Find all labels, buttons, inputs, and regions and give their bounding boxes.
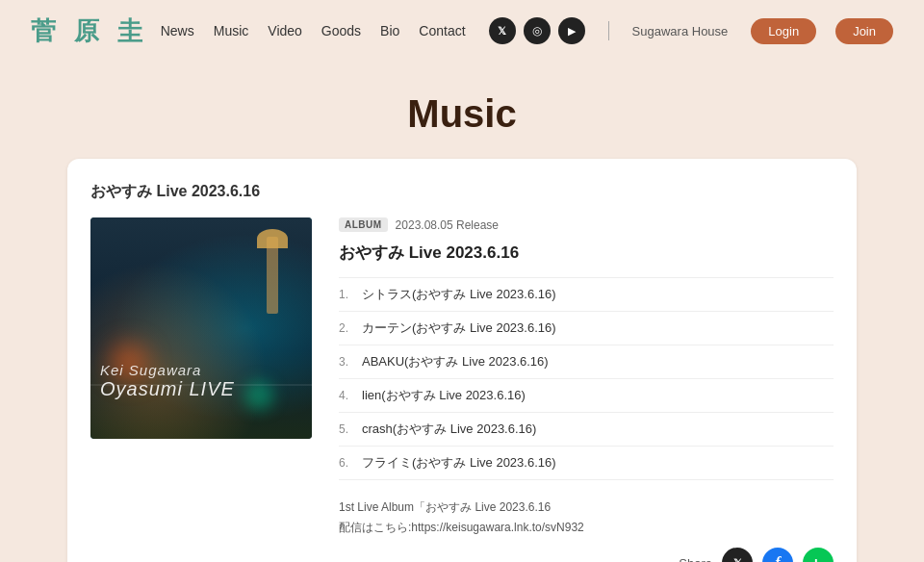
share-twitter-button[interactable]: 𝕏 [722,548,753,562]
track-info: ALBUM 2023.08.05 Release おやすみ Live 2023.… [339,217,834,562]
nav-contact[interactable]: Contact [419,23,465,38]
join-button[interactable]: Join [835,18,893,44]
twitter-share-icon: 𝕏 [733,557,742,563]
track-name: シトラス(おやすみ Live 2023.6.16) [362,286,834,303]
youtube-icon[interactable]: ▶ [558,17,585,44]
share-facebook-button[interactable]: f [762,548,793,562]
nav-video[interactable]: Video [268,23,302,38]
site-title: 菅 原 圭 [31,14,148,48]
track-item: 1.シトラス(おやすみ Live 2023.6.16) [339,278,834,312]
album-badge-row: ALBUM 2023.08.05 Release [339,217,834,232]
social-icons: 𝕏 ◎ ▶ [489,17,585,44]
track-item: 3.ABAKU(おやすみ Live 2023.6.16) [339,345,834,379]
track-name: カーテン(おやすみ Live 2023.6.16) [362,319,834,337]
album-badge: ALBUM [339,217,388,232]
footer-text-2: 配信はこちら:https://keisugawara.lnk.to/svN932 [339,520,834,536]
track-name: フライミ(おやすみ Live 2023.6.16) [362,454,834,472]
album-scene: Kei Sugawara Oyasumi LIVE [90,217,312,439]
facebook-share-icon: f [775,554,780,562]
nav-music[interactable]: Music [214,23,249,38]
header: 菅 原 圭 News Music Video Goods Bio Contact… [0,0,924,62]
line-share-icon: L [814,556,822,563]
album-cover: Kei Sugawara Oyasumi LIVE [90,217,312,439]
nav-bio[interactable]: Bio [380,23,399,38]
track-item: 2.カーテン(おやすみ Live 2023.6.16) [339,312,834,345]
track-name: lien(おやすみ Live 2023.6.16) [362,387,834,404]
share-row: Share 𝕏 f L [339,548,834,562]
track-number: 1. [339,288,362,301]
share-line-button[interactable]: L [803,548,834,562]
page-title-section: Music [0,62,924,159]
nav-goods[interactable]: Goods [321,23,361,38]
track-number: 2. [339,321,362,335]
track-number: 5. [339,422,362,436]
footer-text-1: 1st Live Album「おやすみ Live 2023.6.16 [339,499,834,516]
nav-divider [608,21,609,40]
album-cover-text-line2: Oyasumi LIVE [100,378,302,400]
track-item: 5.crash(おやすみ Live 2023.6.16) [339,413,834,447]
track-list: 1.シトラス(おやすみ Live 2023.6.16)2.カーテン(おやすみ L… [339,277,834,480]
album-cover-text-line1: Kei Sugawara [100,362,302,378]
track-album-title: おやすみ Live 2023.6.16 [339,242,834,264]
nav-news[interactable]: News [161,23,194,38]
page-title: Music [0,92,924,136]
content-area: おやすみ Live 2023.6.16 Kei Sugawara Oyasumi… [48,159,876,562]
track-item: 4.lien(おやすみ Live 2023.6.16) [339,379,834,413]
instagram-icon[interactable]: ◎ [524,17,551,44]
track-number: 3. [339,355,362,369]
release-date: 2023.08.05 Release [396,218,499,232]
login-button[interactable]: Login [751,18,816,44]
album-text-overlay: Kei Sugawara Oyasumi LIVE [100,362,302,400]
track-number: 4. [339,389,362,402]
track-name: ABAKU(おやすみ Live 2023.6.16) [362,353,834,370]
card-footer: 1st Live Album「おやすみ Live 2023.6.16 配信はこち… [339,496,834,536]
card-section-title: おやすみ Live 2023.6.16 [90,182,834,202]
lamp-decoration [267,237,278,314]
track-item: 6.フライミ(おやすみ Live 2023.6.16) [339,447,834,480]
track-name: crash(おやすみ Live 2023.6.16) [362,421,834,438]
music-card: おやすみ Live 2023.6.16 Kei Sugawara Oyasumi… [67,159,857,562]
card-body: Kei Sugawara Oyasumi LIVE ALBUM 2023.08.… [90,217,834,562]
main-nav: News Music Video Goods Bio Contact 𝕏 ◎ ▶… [161,17,893,44]
share-label: Share [679,556,712,563]
sugawara-house-label: Sugawara House [632,24,729,38]
track-number: 6. [339,456,362,470]
twitter-icon[interactable]: 𝕏 [489,17,516,44]
